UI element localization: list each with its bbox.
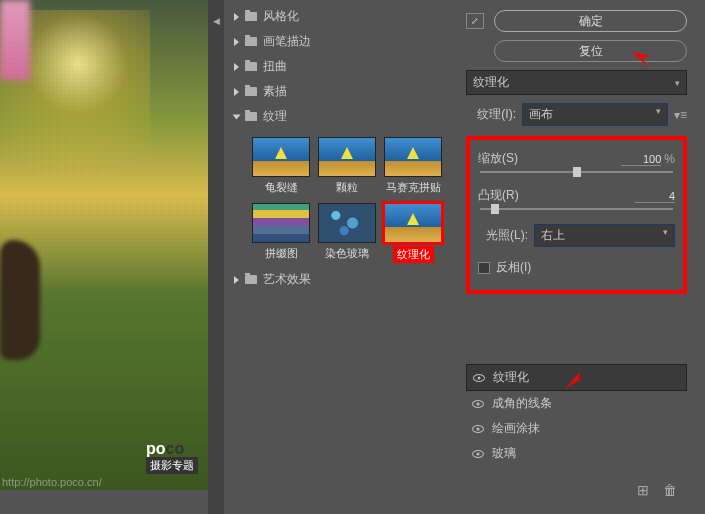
effects-list: 纹理化 成角的线条 绘画涂抹 玻璃 (466, 364, 687, 466)
folder-label: 艺术效果 (263, 271, 311, 288)
thumb-craquelure[interactable]: 龟裂缝 (252, 137, 310, 195)
effect-label: 绘画涂抹 (492, 420, 540, 437)
chevron-down-icon: ▾ (656, 106, 661, 123)
folder-artistic[interactable]: 艺术效果 (224, 267, 454, 292)
chevron-down-icon: ▾ (675, 78, 680, 88)
effect-row-angled[interactable]: 成角的线条 (466, 391, 687, 416)
folder-distort[interactable]: 扭曲 (224, 54, 454, 79)
reset-button[interactable]: 复位 (494, 40, 687, 62)
scale-input[interactable] (621, 153, 661, 166)
watermark-url: http://photo.poco.cn/ (0, 474, 104, 490)
watermark-logo: poco (146, 440, 184, 458)
effect-label: 玻璃 (492, 445, 516, 462)
preview-pane[interactable]: poco 摄影专题 http://photo.poco.cn/ (0, 0, 208, 490)
relief-input[interactable] (635, 190, 675, 203)
texture-label: 纹理(I): (466, 106, 516, 123)
effect-row-glass[interactable]: 玻璃 (466, 441, 687, 466)
thumb-stained-glass[interactable]: 染色玻璃 (318, 203, 376, 263)
folder-label: 纹理 (263, 108, 287, 125)
folder-stylize[interactable]: 风格化 (224, 4, 454, 29)
chevron-down-icon: ▾ (663, 227, 668, 244)
invert-label: 反相(I) (496, 259, 531, 276)
trash-icon[interactable]: 🗑 (663, 482, 677, 498)
texture-dropdown[interactable]: 画布 ▾ (522, 103, 668, 126)
filter-tree: 风格化 画笔描边 扭曲 素描 纹理 龟裂缝 颗粒 马赛克拼贴 拼缀图 染色玻璃 … (224, 0, 454, 514)
folder-label: 素描 (263, 83, 287, 100)
texture-options-icon[interactable]: ▾≡ (674, 108, 687, 122)
highlighted-controls: 缩放(S) % 凸现(R) 光照(L): 右上 ▾ (466, 136, 687, 294)
new-effect-icon[interactable]: ⊞ (637, 482, 649, 498)
effect-row-texturizer[interactable]: 纹理化 (466, 364, 687, 391)
invert-checkbox[interactable] (478, 262, 490, 274)
light-dropdown-value: 右上 (541, 227, 565, 244)
thumb-grain[interactable]: 颗粒 (318, 137, 376, 195)
effect-label: 纹理化 (493, 369, 529, 386)
ok-button[interactable]: 确定 (494, 10, 687, 32)
effect-row-paint[interactable]: 绘画涂抹 (466, 416, 687, 441)
thumb-mosaic[interactable]: 马赛克拼贴 (384, 137, 442, 195)
thumb-patchwork[interactable]: 拼缀图 (252, 203, 310, 263)
visibility-icon[interactable] (472, 400, 484, 408)
thumb-texturizer[interactable]: 纹理化 (384, 203, 442, 263)
controls-panel: ⤢ 确定 复位 纹理化 ▾ 纹理(I): 画布 ▾ ▾≡ 缩放(S) % (454, 0, 705, 514)
light-label: 光照(L): (478, 227, 528, 244)
scale-label: 缩放(S) (478, 150, 518, 167)
relief-label: 凸现(R) (478, 187, 519, 204)
folder-texture[interactable]: 纹理 (224, 104, 454, 129)
visibility-icon[interactable] (472, 450, 484, 458)
folder-label: 风格化 (263, 8, 299, 25)
visibility-icon[interactable] (472, 425, 484, 433)
texture-thumbnails: 龟裂缝 颗粒 马赛克拼贴 拼缀图 染色玻璃 纹理化 (224, 129, 454, 267)
effect-label: 成角的线条 (492, 395, 552, 412)
relief-slider[interactable] (480, 208, 673, 210)
light-dropdown[interactable]: 右上 ▾ (534, 224, 675, 247)
texture-dropdown-value: 画布 (529, 106, 553, 123)
collapse-icon: ◀ (213, 16, 220, 26)
expand-button[interactable]: ⤢ (466, 13, 484, 29)
folder-brushstrokes[interactable]: 画笔描边 (224, 29, 454, 54)
folder-label: 画笔描边 (263, 33, 311, 50)
folder-label: 扭曲 (263, 58, 287, 75)
filter-dropdown-label: 纹理化 (473, 74, 509, 91)
filter-dropdown[interactable]: 纹理化 ▾ (466, 70, 687, 95)
folder-sketch[interactable]: 素描 (224, 79, 454, 104)
pane-divider[interactable]: ◀ (208, 0, 224, 514)
watermark-subtitle: 摄影专题 (146, 457, 198, 474)
visibility-icon[interactable] (473, 374, 485, 382)
scale-slider[interactable] (480, 171, 673, 173)
